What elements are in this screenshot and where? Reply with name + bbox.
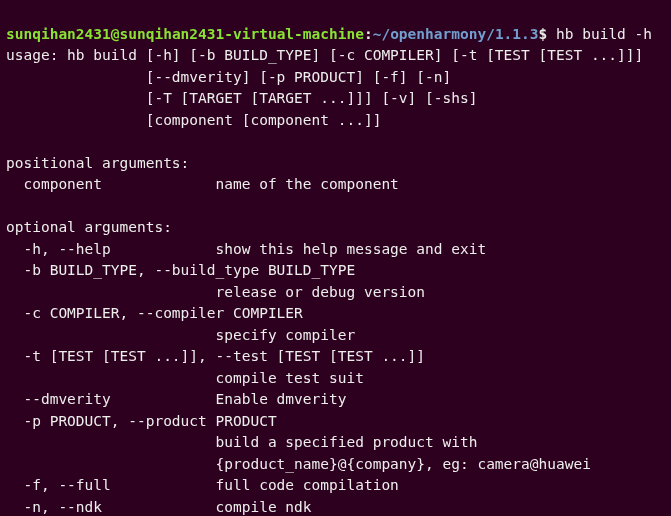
- terminal[interactable]: sunqihan2431@sunqihan2431-virtual-machin…: [0, 0, 671, 516]
- opt-product-1: -p PRODUCT, --product PRODUCT: [6, 413, 277, 429]
- prompt-user: sunqihan2431: [6, 26, 111, 42]
- opt-product-2: build a specified product with: [6, 434, 477, 450]
- prompt-end: $: [539, 26, 556, 42]
- opt-compiler-1: -c COMPILER, --compiler COMPILER: [6, 305, 303, 321]
- usage-line-4: [component [component ...]]: [6, 112, 381, 128]
- opt-build-type-1: -b BUILD_TYPE, --build_type BUILD_TYPE: [6, 262, 355, 278]
- opt-full: -f, --full full code compilation: [6, 477, 399, 493]
- opt-product-3: {product_name}@{company}, eg: camera@hua…: [6, 456, 591, 472]
- opt-build-type-2: release or debug version: [6, 284, 425, 300]
- prompt-at: @: [111, 26, 120, 42]
- positional-header: positional arguments:: [6, 155, 189, 171]
- opt-dmverity: --dmverity Enable dmverity: [6, 391, 346, 407]
- opt-test-2: compile test suit: [6, 370, 364, 386]
- prompt-host: sunqihan2431-virtual-machine: [120, 26, 364, 42]
- positional-component: component name of the component: [6, 176, 399, 192]
- command-input[interactable]: hb build -h: [556, 26, 652, 42]
- opt-ndk: -n, --ndk compile ndk: [6, 499, 312, 515]
- opt-help: -h, --help show this help message and ex…: [6, 241, 486, 257]
- prompt-colon: :: [364, 26, 373, 42]
- optional-header: optional arguments:: [6, 219, 172, 235]
- prompt-line: sunqihan2431@sunqihan2431-virtual-machin…: [6, 26, 652, 42]
- prompt-path: ~/openharmony/1.1.3: [373, 26, 539, 42]
- usage-line-3: [-T [TARGET [TARGET ...]]] [-v] [-shs]: [6, 90, 477, 106]
- usage-line-2: [--dmverity] [-p PRODUCT] [-f] [-n]: [6, 69, 451, 85]
- usage-line-1: usage: hb build [-h] [-b BUILD_TYPE] [-c…: [6, 47, 643, 63]
- opt-test-1: -t [TEST [TEST ...]], --test [TEST [TEST…: [6, 348, 425, 364]
- opt-compiler-2: specify compiler: [6, 327, 355, 343]
